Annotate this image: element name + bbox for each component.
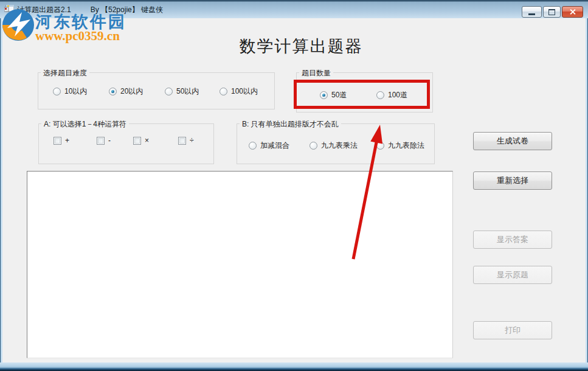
operators-groupbox: A: 可以选择1－4种运算符 + - × ÷ [38,123,214,164]
window-title-text: 计算题出题器2.1 [17,5,71,14]
option-label: 50以内 [176,86,199,97]
operators-group-label: A: 可以选择1－4种运算符 [41,119,129,130]
radio-icon [53,88,61,95]
mode-radio-division-table[interactable]: 九九表除法 [376,140,424,151]
window-frame-right [586,18,588,362]
option-label: - [108,136,111,145]
output-area[interactable] [27,171,453,358]
checkbox-icon [133,137,141,145]
page-title: 数学计算出题器 [170,35,432,57]
checkbox-icon [178,137,186,145]
difficulty-group-label: 选择题目难度 [41,68,89,78]
option-label: 九九表除法 [388,140,424,151]
reselect-button[interactable]: 重新选择 [473,172,552,190]
minimize-button[interactable] [522,6,542,18]
mode-groupbox: B: 只有单独出题排版才不会乱 加减混合 九九表乘法 九九表除法 [237,123,435,164]
window-frame-bottom [0,362,588,371]
radio-icon [109,88,117,95]
radio-icon [165,88,173,95]
close-button[interactable] [562,6,583,18]
option-label: 加减混合 [260,140,289,151]
quantity-groupbox: 题目数量 50道 100道 [296,72,433,113]
radio-icon [320,91,328,99]
generate-paper-button[interactable]: 生成试卷 [473,132,552,150]
option-label: 100道 [388,90,407,100]
count-radio-50[interactable]: 50道 [320,90,347,100]
radio-icon [220,88,227,95]
count-radio-100[interactable]: 100道 [376,90,407,100]
radio-icon [249,142,257,150]
mode-radio-multiplication-table[interactable]: 九九表乘法 [310,140,358,151]
difficulty-groupbox: 选择题目难度 10以内 20以内 50以内 100以内 [38,72,275,109]
operator-checkbox-plus[interactable]: + [54,136,69,145]
checkbox-icon [97,137,105,145]
print-button[interactable]: 打印 [473,321,552,339]
maximize-button[interactable] [543,6,561,18]
minimize-icon [528,13,535,15]
difficulty-radio-10[interactable]: 10以内 [53,86,87,97]
maximize-icon [548,9,555,15]
option-label: 100以内 [231,86,258,97]
difficulty-radio-20[interactable]: 20以内 [109,86,143,97]
operator-checkbox-divide[interactable]: ÷ [178,136,194,145]
radio-icon [310,142,317,150]
operator-checkbox-minus[interactable]: - [97,136,111,145]
show-answers-button[interactable]: 显示答案 [473,231,552,249]
checkbox-icon [54,137,61,145]
option-label: + [65,136,69,145]
title-bar: 计算题出题器2.1By 【52pojie】 键盘侠 [0,0,588,18]
quantity-group-label: 题目数量 [299,68,333,78]
app-icon [4,5,14,14]
option-label: ÷ [190,136,194,145]
show-questions-button[interactable]: 显示原题 [473,266,552,284]
mode-radio-mixed-add-subtract[interactable]: 加减混合 [249,140,289,151]
radio-icon [376,91,384,99]
option-label: 50道 [331,90,347,100]
window-title: 计算题出题器2.1By 【52pojie】 键盘侠 [17,5,163,15]
option-label: 10以内 [64,86,87,97]
app-window: 计算题出题器2.1By 【52pojie】 键盘侠 河东软件园 www.pc03… [0,0,588,371]
close-icon [569,9,576,15]
option-label: 20以内 [120,86,143,97]
window-byline: By 【52pojie】 键盘侠 [91,5,163,14]
option-label: 九九表乘法 [321,140,358,151]
operator-checkbox-multiply[interactable]: × [133,136,149,145]
mode-group-label: B: 只有单独出题排版才不会乱 [240,119,341,130]
option-label: × [145,136,149,145]
difficulty-radio-50[interactable]: 50以内 [165,86,199,97]
difficulty-radio-100[interactable]: 100以内 [220,86,258,97]
radio-icon [376,142,384,150]
